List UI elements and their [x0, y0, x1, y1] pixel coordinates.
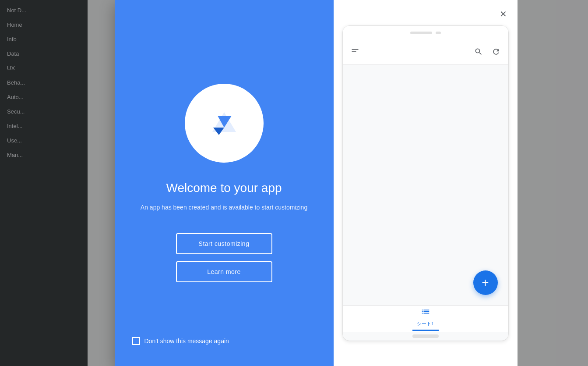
svg-rect-3 — [352, 51, 356, 52]
close-icon: ✕ — [500, 9, 507, 19]
phone-bottom-nav: シート1 — [343, 306, 508, 332]
welcome-modal: Welcome to your app An app has been crea… — [0, 0, 588, 366]
toolbar-icons-right — [473, 46, 501, 57]
dont-show-checkbox[interactable] — [132, 337, 140, 345]
dont-show-checkbox-row[interactable]: Don't show this message again — [132, 337, 229, 345]
logo-circle — [185, 84, 264, 163]
phone-toolbar — [343, 40, 508, 64]
start-customizing-button[interactable]: Start customizing — [176, 233, 272, 254]
modal-right-panel: ✕ — [334, 0, 518, 366]
status-bar-dot — [410, 32, 432, 34]
nav-list-icon — [421, 307, 430, 319]
search-icon[interactable] — [473, 46, 484, 57]
modal-left-panel: Welcome to your app An app has been crea… — [115, 0, 334, 366]
welcome-title: Welcome to your app — [166, 180, 282, 196]
nav-indicator — [412, 330, 439, 331]
phone-mockup: + シート1 — [342, 25, 509, 341]
dont-show-label: Don't show this message again — [144, 338, 229, 345]
phone-content-area: + — [343, 64, 508, 306]
app-logo-icon — [204, 103, 244, 143]
scroll-indicator — [412, 334, 439, 338]
welcome-subtitle: An app has been created and is available… — [141, 203, 307, 212]
modal-container: Welcome to your app An app has been crea… — [115, 0, 474, 366]
close-button[interactable]: ✕ — [496, 7, 511, 21]
refresh-icon[interactable] — [491, 46, 501, 57]
menu-icon — [350, 46, 360, 57]
learn-more-button[interactable]: Learn more — [176, 261, 272, 282]
nav-sheet-label: シート1 — [417, 320, 434, 327]
svg-rect-2 — [352, 49, 358, 50]
phone-status-bar — [343, 26, 508, 40]
status-bar-dot-small — [436, 32, 441, 34]
fab-add-button[interactable]: + — [473, 270, 498, 295]
